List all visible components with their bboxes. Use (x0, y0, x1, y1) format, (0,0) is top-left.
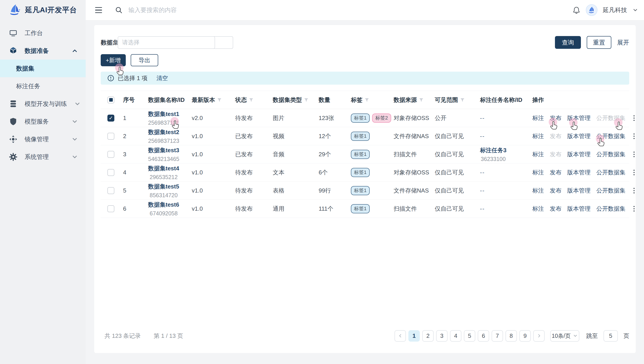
action-link[interactable]: 发布 (550, 114, 562, 122)
query-button[interactable]: 查询 (555, 36, 581, 49)
sidebar-item-annotation-tasks[interactable]: 标注任务 (0, 77, 86, 95)
dataset-name-link[interactable]: 数据集test5 (148, 183, 179, 191)
action-link[interactable]: 标注 (532, 169, 544, 176)
filter-funnel-icon[interactable] (419, 98, 424, 102)
row-checkbox[interactable] (108, 115, 114, 122)
action-link[interactable]: 标注 (532, 132, 544, 140)
next-page-button[interactable] (533, 330, 545, 342)
dataset-name-link[interactable]: 数据集test3 (148, 146, 179, 154)
sidebar-item-system-settings[interactable]: 系统管理 (0, 148, 86, 166)
action-link[interactable]: 标注 (532, 114, 544, 122)
sidebar-item-model-service[interactable]: 模型服务 (0, 113, 86, 130)
column-header-label: 数据集名称/ID (148, 96, 184, 104)
column-header: 序号 (123, 96, 148, 104)
user-avatar[interactable] (586, 4, 598, 16)
export-button[interactable]: 导出 (131, 54, 158, 66)
task-name-link[interactable]: 标注任务3 (480, 146, 506, 154)
page-button-4[interactable]: 4 (450, 330, 462, 342)
empty-dash: -- (480, 205, 485, 212)
action-link[interactable]: 发布 (550, 169, 562, 176)
row-checkbox[interactable] (108, 169, 114, 176)
table-header-row: 序号数据集名称/ID最新版本状态数据集类型数量标签数据来源可见范围标注任务名称/… (101, 91, 629, 109)
user-name[interactable]: 延凡科技 (603, 6, 627, 14)
action-link[interactable]: 版本管理 (567, 150, 590, 158)
action-link[interactable]: 发布 (550, 187, 562, 195)
dataset-name-link[interactable]: 数据集test6 (148, 201, 179, 209)
sidebar-item-model-training[interactable]: 模型开发与训练 (0, 95, 86, 113)
expand-filters-link[interactable]: 展开 (617, 39, 629, 47)
action-link[interactable]: 标注 (532, 187, 544, 195)
tag-select[interactable] (118, 36, 215, 49)
more-actions-icon[interactable] (632, 151, 636, 158)
filter-funnel-icon[interactable] (364, 98, 369, 102)
annotation-task-cell: -- (480, 205, 532, 212)
filter-funnel-icon[interactable] (217, 98, 222, 102)
row-checkbox[interactable] (108, 187, 114, 194)
action-link[interactable]: 公开数据集 (596, 150, 626, 158)
more-actions-icon[interactable] (632, 133, 636, 140)
filter-funnel-icon[interactable] (460, 98, 465, 102)
user-menu-chevron-down-icon[interactable] (632, 7, 638, 13)
action-link[interactable]: 版本管理 (567, 114, 590, 122)
more-actions-icon[interactable] (632, 187, 636, 194)
table-row: 6数据集test6674092058v1.0待发布通用111个标签1扫描文件仅自… (101, 200, 629, 218)
dataset-name-link[interactable]: 数据集test2 (148, 128, 179, 136)
action-link[interactable]: 公开数据集 (596, 205, 626, 213)
sidebar-item-datasets[interactable]: 数据集 (0, 60, 86, 77)
action-link[interactable]: 版本管理 (567, 205, 590, 213)
clear-selection-link[interactable]: 清空 (156, 74, 168, 82)
empty-dash: -- (480, 169, 485, 176)
action-link[interactable]: 发布 (550, 205, 562, 213)
chevron-down-icon (72, 136, 78, 143)
action-link[interactable]: 版本管理 (567, 132, 590, 140)
action-link[interactable]: 版本管理 (567, 169, 590, 176)
row-checkbox[interactable] (108, 151, 114, 158)
jump-page-input[interactable] (604, 330, 618, 342)
row-checkbox[interactable] (108, 205, 114, 212)
status-cell: 已发布 (235, 132, 273, 140)
filter-funnel-icon[interactable] (249, 98, 254, 102)
action-link[interactable]: 标注 (532, 150, 544, 158)
sidebar-item-label: 系统管理 (24, 153, 64, 161)
row-actions-cell: 标注发布版本管理公开数据集 (532, 187, 636, 195)
visibility-scope-cell: 仅自己可见 (435, 187, 480, 195)
side-nav: 工作台 数据准备 数据集 标注任务 模型开发与训练 (0, 20, 86, 166)
status-cell: 已发布 (235, 150, 273, 158)
sidebar-item-workbench[interactable]: 工作台 (0, 24, 86, 42)
total-records-text: 共 123 条记录 (104, 332, 141, 340)
more-actions-icon[interactable] (632, 205, 636, 212)
page-button-7[interactable]: 7 (492, 330, 503, 342)
status: 已发布 (235, 132, 253, 140)
page-button-9[interactable]: 9 (519, 330, 531, 342)
page-button-2[interactable]: 2 (422, 330, 434, 342)
dataset-name-link[interactable]: 数据集test1 (148, 110, 179, 118)
page-button-6[interactable]: 6 (478, 330, 489, 342)
row-select-cell (101, 133, 123, 140)
notification-bell-icon[interactable] (572, 6, 580, 14)
action-link[interactable]: 公开数据集 (596, 169, 626, 176)
filter-funnel-icon[interactable] (304, 98, 308, 102)
page-button-8[interactable]: 8 (506, 330, 517, 342)
action-link[interactable]: 公开数据集 (596, 187, 626, 195)
more-actions-icon[interactable] (632, 114, 636, 122)
page-button-1[interactable]: 1 (408, 330, 420, 342)
sidebar-item-image-registry[interactable]: 镜像管理 (0, 130, 86, 148)
row-actions-cell: 标注发布版本管理公开数据集 (532, 169, 636, 176)
dataset-name-link[interactable]: 数据集test4 (148, 165, 179, 172)
global-search-input[interactable] (128, 7, 286, 14)
sidebar-item-data-prep[interactable]: 数据准备 (0, 42, 86, 60)
add-button[interactable]: +新增 (101, 54, 126, 66)
status-cell: 待发布 (235, 187, 273, 195)
page-button-3[interactable]: 3 (436, 330, 448, 342)
action-link[interactable]: 版本管理 (567, 187, 590, 195)
action-link[interactable]: 公开数据集 (596, 132, 626, 140)
page-button-5[interactable]: 5 (464, 330, 475, 342)
action-link[interactable]: 标注 (532, 205, 544, 213)
more-actions-icon[interactable] (632, 169, 636, 176)
menu-toggle-icon[interactable] (95, 7, 102, 13)
page-size-select[interactable]: 10条/页 (550, 330, 579, 342)
select-all-checkbox[interactable] (108, 97, 114, 103)
data-source-cell: 对象存储OSS (394, 114, 435, 122)
reset-button[interactable]: 重置 (587, 36, 611, 49)
row-checkbox[interactable] (108, 133, 114, 140)
